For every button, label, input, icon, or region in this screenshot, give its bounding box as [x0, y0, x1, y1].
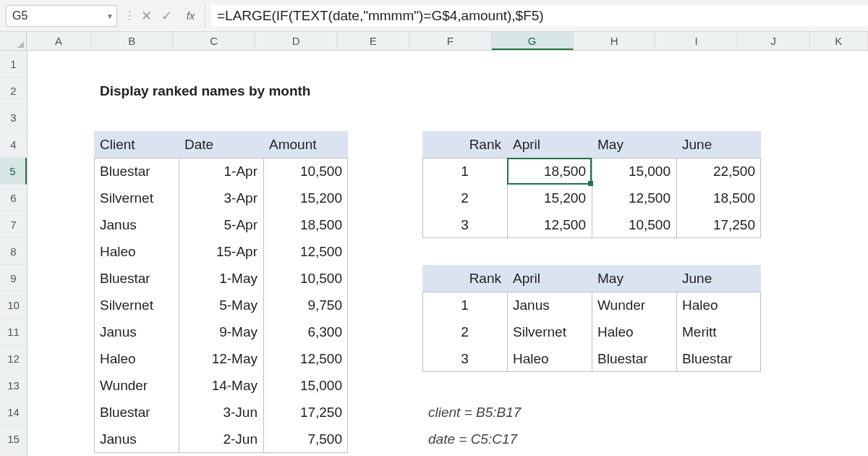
- cell[interactable]: Meritt: [676, 318, 761, 345]
- cell[interactable]: Bluestar: [592, 345, 676, 372]
- cell[interactable]: Bluestar: [94, 399, 179, 426]
- cell[interactable]: 10,500: [263, 158, 348, 185]
- cell[interactable]: 7,500: [263, 426, 348, 452]
- select-all-corner[interactable]: [0, 32, 27, 50]
- cell[interactable]: Wunder: [592, 292, 676, 318]
- cell[interactable]: Silvernet: [507, 318, 592, 345]
- row-header-14[interactable]: 14: [0, 399, 27, 426]
- row-header-9[interactable]: 9: [0, 265, 27, 292]
- cell[interactable]: 18,500: [263, 211, 348, 238]
- br-header-rank[interactable]: Rank: [422, 265, 507, 292]
- col-header-E[interactable]: E: [337, 32, 409, 50]
- cell[interactable]: 3: [422, 211, 507, 238]
- col-header-K[interactable]: K: [810, 32, 868, 50]
- cell[interactable]: 3-Jun: [179, 399, 263, 426]
- cell[interactable]: 15,000: [592, 158, 676, 185]
- br-header-may[interactable]: May: [592, 265, 676, 292]
- cell[interactable]: Haleo: [94, 238, 179, 265]
- cell[interactable]: 1: [422, 158, 507, 185]
- row-header-6[interactable]: 6: [0, 185, 27, 211]
- col-header-C[interactable]: C: [173, 32, 255, 50]
- cell[interactable]: 1-May: [179, 265, 263, 292]
- row-header-2[interactable]: 2: [0, 77, 27, 104]
- cell[interactable]: Haleo: [94, 345, 179, 372]
- col-header-I[interactable]: I: [655, 32, 737, 50]
- cell[interactable]: Silvernet: [94, 185, 179, 211]
- row-header-1[interactable]: 1: [0, 51, 27, 77]
- cell[interactable]: 12,500: [507, 211, 592, 238]
- cell[interactable]: Bluestar: [94, 158, 179, 185]
- cell[interactable]: 3-Apr: [179, 185, 263, 211]
- row-header-4[interactable]: 4: [0, 131, 27, 158]
- cell[interactable]: 18,500: [676, 185, 761, 211]
- cancel-icon[interactable]: ✕: [136, 8, 156, 24]
- name-box[interactable]: G5 ▼: [6, 5, 117, 27]
- cell[interactable]: 2-Jun: [179, 426, 263, 452]
- cell[interactable]: 6,300: [263, 318, 348, 345]
- tr-header-april[interactable]: April: [507, 131, 592, 158]
- col-header-H[interactable]: H: [574, 32, 655, 50]
- cell[interactable]: 1-Apr: [179, 158, 263, 185]
- cell[interactable]: Janus: [94, 318, 179, 345]
- left-header-amount[interactable]: Amount: [263, 131, 348, 158]
- row-header-10[interactable]: 10: [0, 292, 27, 318]
- row-header-13[interactable]: 13: [0, 372, 27, 399]
- row-header-7[interactable]: 7: [0, 211, 27, 238]
- chevron-down-icon[interactable]: ▼: [106, 12, 114, 20]
- cell[interactable]: Bluestar: [676, 345, 761, 372]
- row-header-12[interactable]: 12: [0, 345, 27, 372]
- row-header-11[interactable]: 11: [0, 318, 27, 345]
- col-header-F[interactable]: F: [409, 32, 491, 50]
- br-header-june[interactable]: June: [676, 265, 761, 292]
- cell[interactable]: 17,250: [676, 211, 761, 238]
- cell[interactable]: 12,500: [592, 185, 676, 211]
- cell[interactable]: Janus: [94, 211, 179, 238]
- cell[interactable]: 5-Apr: [179, 211, 263, 238]
- cell[interactable]: 2: [422, 185, 507, 211]
- cell[interactable]: 3: [422, 345, 507, 372]
- cell[interactable]: 17,250: [263, 399, 348, 426]
- cell[interactable]: 9,750: [263, 292, 348, 318]
- cell[interactable]: Wunder: [94, 372, 179, 399]
- cell[interactable]: 10,500: [592, 211, 676, 238]
- cell[interactable]: 5-May: [179, 292, 263, 318]
- fx-icon[interactable]: fx: [176, 5, 205, 27]
- cell[interactable]: Haleo: [676, 292, 761, 318]
- cell[interactable]: 15,200: [507, 185, 592, 211]
- cell[interactable]: 15,000: [263, 372, 348, 399]
- br-header-april[interactable]: April: [507, 265, 592, 292]
- cell[interactable]: Janus: [94, 426, 179, 452]
- cell[interactable]: 9-May: [179, 318, 263, 345]
- cell[interactable]: Bluestar: [94, 265, 179, 292]
- cell[interactable]: 15-Apr: [179, 238, 263, 265]
- col-header-D[interactable]: D: [255, 32, 337, 50]
- grid[interactable]: Display ranked names by month Client Dat…: [27, 51, 868, 456]
- cell[interactable]: Haleo: [507, 345, 592, 372]
- cell[interactable]: 12-May: [179, 345, 263, 372]
- cell[interactable]: 1: [422, 292, 507, 318]
- col-header-J[interactable]: J: [738, 32, 810, 50]
- cell[interactable]: 2: [422, 318, 507, 345]
- cell[interactable]: 12,500: [263, 238, 348, 265]
- cell[interactable]: 12,500: [263, 345, 348, 372]
- left-header-date[interactable]: Date: [179, 131, 263, 158]
- cell[interactable]: Haleo: [592, 318, 676, 345]
- row-header-3[interactable]: 3: [0, 104, 27, 131]
- confirm-icon[interactable]: ✓: [156, 8, 176, 24]
- tr-header-june[interactable]: June: [676, 131, 761, 158]
- cell[interactable]: 14-May: [179, 372, 263, 399]
- formula-input[interactable]: =LARGE(IF(TEXT(date,"mmmm")=G$4,amount),…: [211, 5, 868, 27]
- cell-active[interactable]: 18,500: [507, 158, 592, 185]
- cell[interactable]: Silvernet: [94, 292, 179, 318]
- cell[interactable]: 22,500: [676, 158, 761, 185]
- col-header-G[interactable]: G: [492, 32, 574, 50]
- left-header-client[interactable]: Client: [94, 131, 179, 158]
- col-header-B[interactable]: B: [91, 32, 173, 50]
- cell[interactable]: 10,500: [263, 265, 348, 292]
- col-header-A[interactable]: A: [27, 32, 91, 50]
- cell[interactable]: Janus: [507, 292, 592, 318]
- cell[interactable]: 15,200: [263, 185, 348, 211]
- row-header-15[interactable]: 15: [0, 426, 27, 452]
- tr-header-rank[interactable]: Rank: [422, 131, 507, 158]
- row-header-5[interactable]: 5: [0, 158, 27, 185]
